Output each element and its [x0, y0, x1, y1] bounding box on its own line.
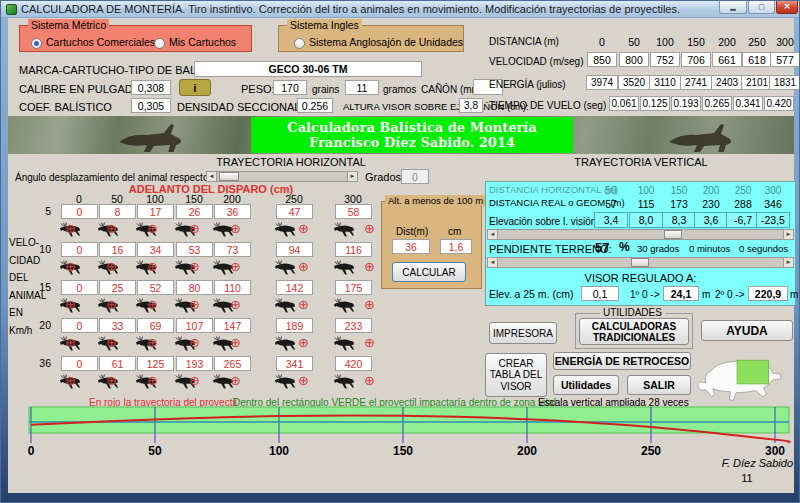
boar-vital-zone-icon: [696, 351, 794, 401]
coef-field[interactable]: 0,305: [131, 98, 171, 113]
tiempo-row-label: TIEMPO DE VUELO (seg): [489, 100, 606, 111]
energy-value: 1831: [769, 75, 800, 90]
anglo-units-radio[interactable]: [294, 38, 305, 49]
minimize-button[interactable]: ▂: [719, 1, 747, 14]
dist-field[interactable]: 36: [392, 239, 430, 254]
lead-icon-cell: ⊕: [275, 372, 319, 391]
adelanto-value: 52: [137, 280, 174, 295]
adelanto-value: 116: [335, 242, 372, 257]
vertical-scroll-thumb-1[interactable]: [664, 230, 682, 239]
dist-real-value: 288: [727, 198, 759, 210]
axis-tick-label: 250: [631, 444, 671, 458]
scroll-right-icon[interactable]: ►: [347, 172, 357, 181]
adelanto-value: 33: [99, 318, 136, 333]
commercial-cartridges-label: Cartuchos Comerciales: [46, 37, 155, 49]
zero2-field[interactable]: 220,9: [748, 286, 788, 301]
calcular-button[interactable]: CALCULAR: [392, 262, 466, 282]
dist-horizontal-value: 150: [663, 185, 695, 196]
deer-icon: [275, 335, 297, 356]
running-deer-photo-right-icon: [663, 120, 743, 152]
peso-grains-field[interactable]: 170: [273, 80, 307, 95]
lead-icon-cell: ⊕: [334, 372, 378, 391]
title-bar[interactable]: CALCULADORA DE MONTERÍA. Tiro instintivo…: [1, 1, 800, 18]
info-button[interactable]: i: [179, 79, 211, 96]
reticle-icon: ⊕: [298, 221, 309, 236]
grados-field[interactable]: 0: [401, 169, 429, 184]
scroll-left-icon[interactable]: ◄: [488, 258, 498, 267]
crear-tabla-button[interactable]: CREAR TABLA DEL VISOR: [485, 353, 547, 397]
adelanto-value: 110: [214, 280, 251, 295]
lead-icon-cell: ⊕: [213, 220, 257, 239]
grados-label: Grados: [365, 171, 401, 183]
energy-value: 2403: [711, 75, 743, 90]
angle-scroll-thumb[interactable]: [219, 172, 239, 181]
dist-real-value: 115: [630, 198, 662, 210]
reticle-icon: ⊕: [189, 259, 200, 274]
gramos-label: gramos: [383, 84, 416, 95]
banner-title: Calculadora Balística de Montería: [287, 120, 536, 135]
utilidades-button[interactable]: Utilidades: [553, 375, 619, 395]
grados-value-text: 30 grados: [637, 244, 679, 254]
reticle-icon: ⊕: [298, 259, 309, 274]
scroll-left-icon[interactable]: ◄: [488, 230, 498, 239]
velocity-value: 850: [587, 52, 617, 67]
energia-row-label: ENERGÍA (julios): [489, 79, 566, 90]
flight-time-value: 0.193: [671, 96, 701, 111]
scroll-right-icon[interactable]: ►: [783, 230, 793, 239]
reticle-icon: ⊕: [364, 297, 375, 312]
densidad-field[interactable]: 0.256: [297, 98, 333, 113]
adelanto-value: 420: [335, 356, 372, 371]
reticle-icon: ⊕: [230, 259, 241, 274]
calibre-field[interactable]: 0,308: [131, 80, 171, 95]
distancia-row-label: DISTANCIA (m): [489, 36, 559, 47]
angle-scrollbar[interactable]: ◄ ►: [206, 171, 358, 182]
speed-axis-label: EN: [9, 307, 23, 318]
salir-button[interactable]: SALIR: [627, 375, 691, 395]
scroll-left-icon[interactable]: ◄: [207, 172, 217, 181]
zero1-field[interactable]: 24,1: [663, 286, 699, 301]
reticle-icon: ⊕: [147, 221, 158, 236]
zero1-unit: m: [702, 289, 710, 300]
axis-tick-label: 150: [383, 444, 423, 458]
marca-value-field[interactable]: GECO 30-06 TM: [194, 61, 422, 77]
ayuda-button[interactable]: AYUDA: [701, 320, 793, 341]
reticle-icon: ⊕: [230, 297, 241, 312]
percent-sign: %: [619, 241, 630, 254]
marca-label: MARCA-CARTUCHO-TIPO DE BALA: [19, 64, 203, 76]
zero2-label: 2º 0 ->: [715, 289, 745, 300]
commercial-cartridges-radio[interactable]: [31, 38, 42, 49]
speed-axis-label: CIDAD: [9, 255, 40, 266]
dist-real-value: 230: [695, 198, 727, 210]
energia-retroceso-button[interactable]: ENERGÍA DE RETROCESO: [553, 352, 691, 370]
calculadoras-button[interactable]: CALCULADORAS TRADICIONALES: [579, 318, 689, 345]
maximize-button[interactable]: ▢: [748, 1, 775, 14]
close-button[interactable]: ✕: [776, 1, 798, 14]
adelanto-value: 107: [176, 318, 213, 333]
reticle-icon: ⊕: [106, 297, 117, 312]
scroll-right-icon[interactable]: ►: [783, 258, 793, 267]
vertical-scrollbar-1[interactable]: ◄ ►: [487, 229, 794, 240]
cm-field[interactable]: 1,6: [440, 239, 472, 254]
calibre-label: CALIBRE EN PULGADAS: [19, 83, 147, 95]
lead-icon-cell: ⊕: [136, 296, 180, 315]
elev25-field[interactable]: 0,1: [581, 286, 619, 301]
vertical-scroll-thumb-2[interactable]: [631, 258, 649, 267]
deer-icon: [334, 335, 356, 356]
distance-header-value: 200: [711, 36, 743, 48]
flight-time-value: 0.125: [640, 96, 670, 111]
adelanto-value: 8: [99, 204, 136, 219]
impresora-button[interactable]: IMPRESORA: [489, 322, 557, 344]
vertical-section-title: TRAYECTORIA VERTICAL: [501, 156, 781, 168]
page-number: 11: [701, 472, 793, 484]
dist-horizontal-value: 250: [727, 185, 759, 196]
vertical-scrollbar-2[interactable]: ◄ ►: [487, 257, 794, 268]
reticle-icon: ⊕: [364, 373, 375, 388]
photo-banner: Calculadora Balística de Montería Franci…: [8, 116, 794, 154]
my-cartridges-radio[interactable]: [154, 38, 165, 49]
anglo-units-label: Sistema Anglosajón de Unidades: [309, 37, 463, 49]
lead-icon-cell: ⊕: [136, 334, 180, 353]
peso-gramos-field[interactable]: 11: [345, 80, 379, 95]
deer-icon: [275, 221, 297, 242]
altura-visor-field[interactable]: 3,8: [459, 98, 483, 113]
distance-header-value: 50: [618, 36, 650, 48]
